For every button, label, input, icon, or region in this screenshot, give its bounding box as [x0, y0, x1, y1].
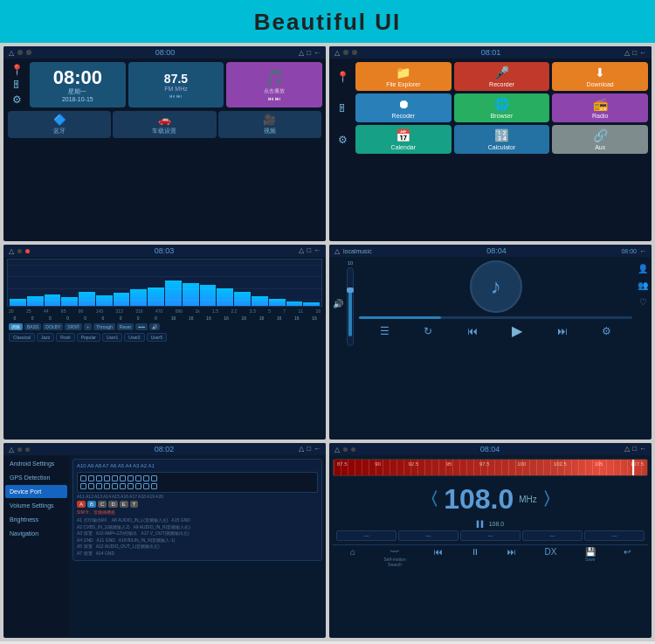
gear-icon-p2[interactable]: ⚙ — [338, 134, 348, 146]
fm-next-button[interactable]: ⏭ — [507, 547, 516, 567]
progress-bar[interactable] — [359, 316, 632, 319]
preset-user2[interactable]: User2 — [124, 333, 144, 342]
eq-btn-tuning[interactable]: 调频 — [9, 323, 23, 330]
volume-slider[interactable] — [347, 267, 354, 346]
eq-btn-srs[interactable]: SRS® — [65, 323, 82, 330]
app-browser[interactable]: 🌐 Browser — [454, 93, 550, 122]
conn-c[interactable]: C — [98, 501, 107, 508]
app-recorder[interactable]: 🎤 Recorder — [454, 62, 550, 91]
car-icon: 🚗 — [158, 114, 171, 126]
conn-d[interactable]: D — [108, 501, 117, 508]
fm-preset-5[interactable]: — — [584, 530, 645, 541]
app-label: Recoder — [392, 113, 415, 119]
fm-home-button[interactable]: ⌂ — [350, 547, 355, 567]
eq-btn-plus[interactable]: + — [84, 323, 92, 330]
fm-bottom-nav: ⌂ 〰 Self-motionSearch ⏮ ⏸ ⏭ DX 💾 Save ↩ — [333, 544, 648, 569]
settings-layout: Android Settings GPS Detection Device Po… — [3, 455, 326, 636]
eq-btn-through[interactable]: Through — [93, 323, 115, 330]
app-radio[interactable]: 📻 Radio — [552, 93, 648, 122]
app-calendar[interactable]: 📅 Calendar — [355, 125, 452, 154]
person-icon[interactable]: 👤 — [638, 264, 648, 274]
preset-rock[interactable]: Rock — [56, 333, 74, 342]
eq-btn-reset[interactable]: Reset — [117, 323, 134, 330]
music-label: 点击播放 — [264, 87, 285, 95]
fm-back-button[interactable]: ↩ — [624, 547, 631, 567]
gear-icon-p1[interactable]: ⚙ — [12, 93, 22, 106]
fm-self-motion-button[interactable]: 〰 Self-motionSearch — [383, 547, 405, 567]
video-button[interactable]: 🎥 视频 — [218, 111, 321, 138]
settings-sliders-icon[interactable]: 🎚 — [11, 79, 22, 91]
prev-button[interactable]: ⏮ — [467, 325, 478, 337]
car-settings-button[interactable]: 🚗 车载设置 — [113, 111, 216, 138]
settings-menu: Android Settings GPS Detection Device Po… — [3, 455, 69, 636]
location-icon[interactable]: 📍 — [10, 64, 24, 76]
fm-preset-1[interactable]: — — [336, 530, 396, 541]
panel-music: △ localmusic 08:04 08:00 ← 🔊 10 — [329, 245, 652, 440]
app-label: File Explorer — [386, 81, 420, 87]
settings-navigation[interactable]: Navigation — [5, 527, 67, 540]
person2-icon[interactable]: 👥 — [638, 280, 648, 290]
conn-t[interactable]: T — [130, 501, 139, 508]
eq-freq-labels: 20254465961432133164706961k1.52.23.35711… — [7, 308, 322, 314]
status-time-p2: 08:01 — [481, 48, 501, 57]
settings-gps[interactable]: GPS Detection — [5, 471, 67, 484]
radio-unit: FM MHz — [164, 86, 187, 92]
eq-btn-dolby[interactable]: DOLBY — [43, 323, 63, 330]
panel-home: △ 08:00 △ □ ← 📍 🎚 ⚙ 08:00 星期一 2018- — [3, 46, 326, 241]
preset-popular[interactable]: Popular — [77, 333, 100, 342]
app-file-explorer[interactable]: 📁 File Explorer — [355, 62, 452, 91]
fm-preset-2[interactable]: — — [398, 530, 458, 541]
repeat-icon[interactable]: ↻ — [424, 325, 432, 337]
location-icon-p2[interactable]: 📍 — [336, 71, 349, 83]
heart-icon[interactable]: ♡ — [639, 297, 647, 307]
preset-user1[interactable]: User1 — [102, 333, 122, 342]
settings-device-port[interactable]: Device Port — [5, 485, 67, 498]
settings-brightness[interactable]: Brightness — [5, 513, 67, 526]
app-calculator[interactable]: 🔢 Calculator — [454, 125, 550, 154]
device-port-content: A10 A9 A8 A7 A6 A5 A4 A3 A2 A1 A11 A12 A… — [69, 455, 326, 636]
fm-prev-button[interactable]: ⏮ — [434, 547, 443, 567]
eq-icon[interactable]: ⚙ — [602, 325, 611, 337]
eq-presets: Classical Jazz Rock Popular User1 User2 … — [7, 332, 322, 343]
panel-fm-radio: △ 08:04 △ □ ← 87.59092.59597.5100102.510… — [329, 443, 652, 638]
preset-jazz[interactable]: Jazz — [37, 333, 54, 342]
playlist-icon[interactable]: ☰ — [380, 325, 390, 337]
big-clock: 08:00 — [53, 68, 102, 87]
sliders-icon-p2[interactable]: 🎚 — [337, 102, 348, 114]
fm-preset-3[interactable]: — — [460, 530, 521, 541]
fm-pause-button[interactable]: ⏸ — [471, 547, 479, 567]
fm-tuner: 87.59092.59597.5100102.5105107.5 〈 108.0… — [329, 455, 652, 572]
fm-right-arrow[interactable]: 〉 — [542, 488, 560, 511]
page-title: Beautiful UI — [254, 9, 401, 35]
eq-btn-back[interactable]: ⬅⬅ — [135, 323, 148, 330]
fm-dx-button[interactable]: DX — [545, 547, 557, 567]
conn-a[interactable]: A — [77, 501, 86, 508]
preset-classical[interactable]: Classical — [9, 333, 35, 342]
preset-user5[interactable]: User5 — [147, 333, 167, 342]
record-icon: ⏺ — [397, 97, 410, 111]
browser-icon: 🌐 — [494, 97, 509, 111]
conn-b[interactable]: B — [87, 501, 96, 508]
status-bar-p3: △ 08:03 △ □ ← — [3, 245, 326, 257]
app-recoder[interactable]: ⏺ Recoder — [355, 93, 452, 122]
fm-preset-4[interactable]: — — [522, 530, 583, 541]
conn-e[interactable]: E — [120, 501, 128, 508]
bluetooth-button[interactable]: 🔷 蓝牙 — [8, 111, 111, 138]
settings-volume[interactable]: Volume Settings — [5, 499, 67, 512]
play-button[interactable]: ▶ — [512, 322, 522, 339]
app-aux[interactable]: 🔗 Aux — [552, 125, 648, 154]
settings-android[interactable]: Android Settings — [5, 457, 67, 470]
music-note-icon: 🎵 — [265, 68, 284, 87]
music-source-label: localmusic — [343, 248, 372, 254]
fm-left-arrow[interactable]: 〈 — [421, 488, 438, 511]
radio-icon: 📻 — [593, 97, 608, 111]
eq-btn-bass[interactable]: BASS — [24, 323, 41, 330]
app-label: Browser — [491, 113, 514, 119]
app-download[interactable]: ⬇ Download — [552, 62, 648, 91]
eq-chart — [7, 259, 322, 307]
fm-save-button[interactable]: 💾 Save — [585, 547, 596, 567]
date: 2018-10-15 — [62, 96, 93, 102]
next-button[interactable]: ⏭ — [557, 325, 568, 337]
status-bar-p1: △ 08:00 △ □ ← — [3, 46, 326, 59]
eq-btn-vol[interactable]: 🔊 — [149, 323, 160, 330]
